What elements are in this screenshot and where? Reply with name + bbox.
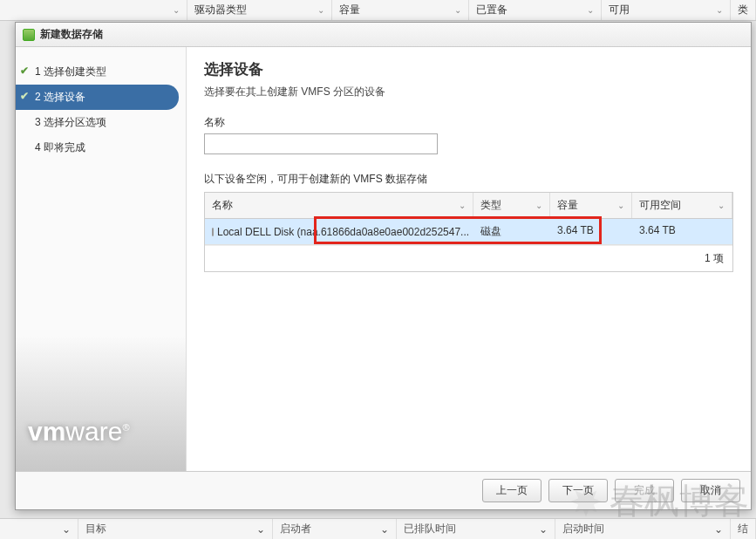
bg-fcol: 启动者⌄ bbox=[273, 519, 397, 539]
chevron-down-icon: ⌄ bbox=[317, 5, 324, 15]
modal-body: ✔ 1 选择创建类型 ✔ 2 选择设备 3 选择分区选项 4 即将完成 vmwa… bbox=[16, 47, 751, 471]
table-row[interactable]: Local DELL Disk (naa.61866da0a8e0ae002d2… bbox=[205, 219, 732, 245]
bg-fcol: 已排队时间⌄ bbox=[397, 519, 555, 539]
bg-fcol: ⌄ bbox=[0, 519, 78, 539]
chevron-down-icon: ⌄ bbox=[380, 523, 389, 536]
bg-col: 容量⌄ bbox=[332, 0, 468, 20]
col-capacity[interactable]: 容量⌄ bbox=[550, 193, 632, 218]
datastore-icon bbox=[23, 29, 35, 41]
step-select-partition-options[interactable]: 3 选择分区选项 bbox=[16, 110, 186, 135]
table-header: 名称⌄ 类型⌄ 容量⌄ 可用空间⌄ bbox=[205, 193, 732, 219]
bg-col: ⌄ bbox=[0, 0, 187, 20]
bg-col: 已置备⌄ bbox=[469, 0, 602, 20]
modal-titlebar: 新建数据存储 bbox=[16, 23, 751, 47]
bg-fcol: 启动时间⌄ bbox=[555, 519, 732, 539]
cancel-button[interactable]: 取消 bbox=[681, 479, 740, 502]
chevron-down-icon: ⌄ bbox=[587, 5, 594, 15]
background-column-header: ⌄ 驱动器类型⌄ 容量⌄ 已置备⌄ 可用⌄ 类 bbox=[0, 0, 756, 21]
chevron-down-icon: ⌄ bbox=[173, 5, 180, 15]
step-select-creation-type[interactable]: ✔ 1 选择创建类型 bbox=[16, 59, 186, 85]
chevron-down-icon: ⌄ bbox=[459, 201, 466, 210]
new-datastore-wizard: 新建数据存储 ✔ 1 选择创建类型 ✔ 2 选择设备 3 选择分区选项 4 即将… bbox=[15, 22, 752, 510]
check-icon: ✔ bbox=[20, 90, 29, 102]
datastore-name-input[interactable] bbox=[204, 133, 438, 154]
name-label: 名称 bbox=[204, 115, 733, 130]
cell-capacity: 3.64 TB bbox=[550, 219, 632, 244]
next-button[interactable]: 下一页 bbox=[548, 479, 608, 502]
chevron-down-icon: ⌄ bbox=[539, 523, 548, 536]
chevron-down-icon: ⌄ bbox=[716, 5, 723, 15]
bg-fcol: 结 bbox=[731, 519, 756, 539]
chevron-down-icon: ⌄ bbox=[714, 523, 723, 536]
background-footer-row: ⌄ 目标⌄ 启动者⌄ 已排队时间⌄ 启动时间⌄ 结 bbox=[0, 518, 756, 539]
col-type[interactable]: 类型⌄ bbox=[473, 193, 550, 218]
table-footer: 1 项 bbox=[205, 245, 732, 271]
cell-free: 3.64 TB bbox=[632, 219, 732, 244]
content-subtitle: 选择要在其上创建新 VMFS 分区的设备 bbox=[204, 85, 733, 99]
chevron-down-icon: ⌄ bbox=[454, 5, 461, 15]
chevron-down-icon: ⌄ bbox=[718, 201, 725, 210]
cell-type: 磁盘 bbox=[473, 219, 550, 244]
back-button[interactable]: 上一页 bbox=[482, 479, 541, 502]
modal-title: 新建数据存储 bbox=[40, 27, 103, 42]
chevron-down-icon: ⌄ bbox=[535, 201, 542, 210]
wizard-button-bar: 上一页 下一页 完成 取消 bbox=[16, 471, 751, 509]
wizard-steps-sidebar: ✔ 1 选择创建类型 ✔ 2 选择设备 3 选择分区选项 4 即将完成 vmwa… bbox=[16, 47, 187, 471]
chevron-down-icon: ⌄ bbox=[62, 523, 71, 536]
finish-button: 完成 bbox=[615, 479, 674, 502]
step-select-device[interactable]: ✔ 2 选择设备 bbox=[16, 85, 179, 110]
device-hint: 以下设备空闲，可用于创建新的 VMFS 数据存储 bbox=[204, 172, 733, 187]
bg-fcol: 目标⌄ bbox=[78, 519, 273, 539]
vmware-logo: vmware® bbox=[16, 401, 186, 471]
device-table: 名称⌄ 类型⌄ 容量⌄ 可用空间⌄ Local DELL Disk (naa.6… bbox=[204, 192, 733, 272]
bg-col: 类 bbox=[731, 0, 756, 20]
col-free-space[interactable]: 可用空间⌄ bbox=[632, 193, 732, 218]
chevron-down-icon: ⌄ bbox=[256, 523, 265, 536]
col-name[interactable]: 名称⌄ bbox=[205, 193, 473, 218]
bg-col: 驱动器类型⌄ bbox=[187, 0, 332, 20]
disk-icon bbox=[212, 228, 214, 236]
content-heading: 选择设备 bbox=[204, 59, 733, 79]
step-ready-to-complete[interactable]: 4 即将完成 bbox=[16, 135, 186, 160]
cell-name: Local DELL Disk (naa.61866da0a8e0ae002d2… bbox=[205, 219, 473, 244]
wizard-content: 选择设备 选择要在其上创建新 VMFS 分区的设备 名称 以下设备空闲，可用于创… bbox=[187, 47, 751, 471]
chevron-down-icon: ⌄ bbox=[617, 201, 624, 210]
check-icon: ✔ bbox=[20, 65, 29, 77]
bg-col: 可用⌄ bbox=[602, 0, 731, 20]
